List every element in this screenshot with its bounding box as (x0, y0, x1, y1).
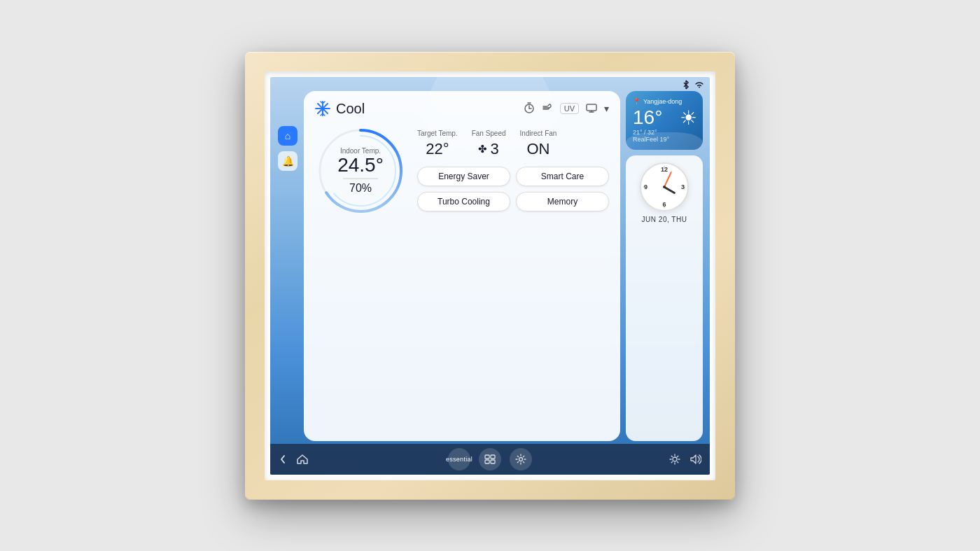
sidebar-home-button[interactable]: ⌂ (278, 126, 298, 146)
wind-icon[interactable] (542, 102, 553, 116)
expand-icon[interactable]: ▾ (604, 103, 609, 114)
right-panel: 📍 Yangjae-dong 16° ☀ 21° / 32° RealFeel … (626, 91, 703, 441)
home-nav-button[interactable] (297, 454, 308, 464)
settings-button[interactable] (510, 448, 532, 470)
svg-line-32 (671, 456, 672, 456)
svg-point-27 (673, 457, 677, 461)
svg-rect-24 (485, 460, 489, 463)
target-temp-value: 22° (426, 140, 449, 158)
fan-speed-value: ✤ 3 (478, 140, 498, 158)
clock-center (663, 186, 666, 188)
sidebar-bell-button[interactable]: 🔔 (278, 151, 298, 171)
clock-num-3: 3 (681, 183, 685, 190)
home-icon: ⌂ (285, 130, 290, 141)
card-title-group: Cool (315, 101, 365, 117)
svg-line-33 (677, 461, 678, 462)
weather-location: 📍 Yangjae-dong (633, 98, 696, 105)
clock-num-12: 12 (661, 166, 668, 173)
indirect-fan-label: Indirect Fan (520, 130, 557, 137)
humidity-value: 70% (349, 182, 372, 194)
bottom-nav-center: essential (448, 448, 532, 470)
temp-display: Indoor Temp. 24.5° 70% (337, 146, 384, 195)
svg-rect-22 (485, 455, 489, 459)
brightness-button[interactable] (669, 454, 680, 465)
indirect-fan-value: ON (526, 140, 550, 158)
target-temp-label: Target Temp. (417, 130, 458, 137)
card-header: Cool (315, 101, 609, 117)
location-pin-icon: 📍 (633, 98, 640, 105)
svg-rect-25 (491, 460, 495, 463)
uv-badge[interactable]: UV (560, 103, 579, 114)
weather-card: 📍 Yangjae-dong 16° ☀ 21° / 32° RealFeel … (626, 91, 703, 150)
fan-spin-icon: ✤ (478, 143, 487, 155)
frame-inner: ⌂ 🔔 (265, 71, 715, 480)
target-temp-stat: Target Temp. 22° (417, 130, 458, 158)
timer-icon[interactable] (524, 102, 535, 116)
picture-frame: ⌂ 🔔 (245, 52, 735, 500)
svg-line-34 (677, 456, 678, 456)
feature-buttons: Energy Saver Smart Care Turbo Cooling Me… (417, 167, 609, 211)
clock-date: JUN 20, THU (642, 216, 687, 223)
status-bar (676, 77, 710, 94)
mode-label: Cool (336, 101, 365, 117)
card-body: Indoor Temp. 24.5° 70% Target Temp. (315, 125, 609, 216)
bottom-nav-left (279, 454, 308, 464)
smart-care-button[interactable]: Smart Care (516, 167, 609, 186)
temperature-value: 24.5° (337, 153, 384, 175)
bell-icon: 🔔 (282, 155, 294, 167)
turbo-cooling-button[interactable]: Turbo Cooling (417, 192, 510, 211)
clock-card: 12 3 6 9 JUN 20, THU (626, 155, 703, 441)
main-content: ⌂ 🔔 (277, 91, 703, 441)
fan-speed-label: Fan Speed (472, 130, 506, 137)
bottom-bar: essential (270, 444, 710, 475)
clock-face: 12 3 6 9 (640, 162, 689, 211)
ac-control-card: Cool (304, 91, 620, 441)
memory-button[interactable]: Memory (516, 192, 609, 211)
weather-clouds (626, 132, 703, 150)
back-button[interactable] (279, 454, 287, 464)
bottom-nav-right (669, 454, 701, 465)
bluetooth-icon (682, 80, 690, 91)
clock-num-6: 6 (662, 201, 666, 208)
svg-rect-23 (491, 455, 495, 459)
display-icon[interactable] (586, 102, 597, 116)
clock-num-9: 9 (644, 183, 648, 190)
cool-snowflake-icon (315, 101, 330, 116)
sun-icon: ☀ (680, 106, 697, 130)
essential-button[interactable]: essential (448, 448, 470, 470)
location-name: Yangjae-dong (643, 98, 682, 105)
card-controls: UV ▾ (524, 102, 609, 116)
stats-panel: Target Temp. 22° Fan Speed ✤ 3 (417, 130, 609, 211)
indirect-fan-stat: Indirect Fan ON (520, 130, 557, 158)
volume-button[interactable] (690, 454, 701, 464)
svg-line-35 (671, 461, 672, 462)
svg-point-26 (519, 457, 523, 461)
device-screen: ⌂ 🔔 (270, 77, 710, 475)
multitask-button[interactable] (479, 448, 501, 470)
essential-label: essential (446, 456, 472, 463)
wifi-icon (694, 81, 704, 90)
temperature-circle: Indoor Temp. 24.5° 70% (315, 125, 406, 216)
temp-divider (343, 179, 378, 179)
stats-row: Target Temp. 22° Fan Speed ✤ 3 (417, 130, 609, 158)
fan-speed-stat: Fan Speed ✤ 3 (472, 130, 506, 158)
sidebar: ⌂ 🔔 (277, 91, 298, 441)
svg-rect-12 (587, 104, 596, 111)
energy-saver-button[interactable]: Energy Saver (417, 167, 510, 186)
